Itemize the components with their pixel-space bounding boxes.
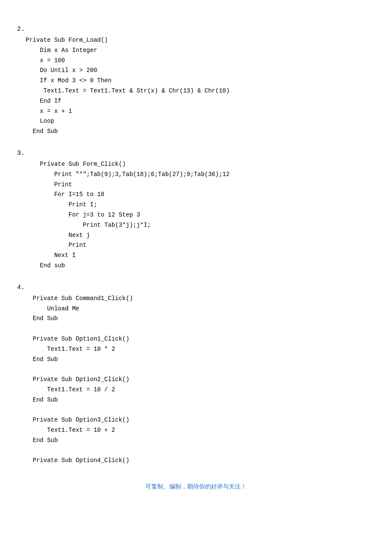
section-3-number: 3.: [17, 150, 375, 157]
section-4: 4. Private Sub Command1_Click() Unload M…: [17, 284, 375, 466]
footer-note: 可复制、编制，期待你的好评与关注！: [17, 483, 375, 491]
section-3-code: Private Sub Form_Click() Print "*";Tab(9…: [17, 159, 375, 271]
section-2: 2. Private Sub Form_Load() Dim x As Inte…: [17, 26, 375, 137]
main-content: 2. Private Sub Form_Load() Dim x As Inte…: [17, 26, 375, 491]
section-2-code: Private Sub Form_Load() Dim x As Integer…: [17, 35, 375, 137]
section-4-number: 4.: [17, 284, 375, 291]
section-4-code: Private Sub Command1_Click() Unload Me E…: [17, 294, 375, 466]
section-2-number: 2.: [17, 26, 375, 33]
section-3: 3. Private Sub Form_Click() Print "*";Ta…: [17, 150, 375, 271]
